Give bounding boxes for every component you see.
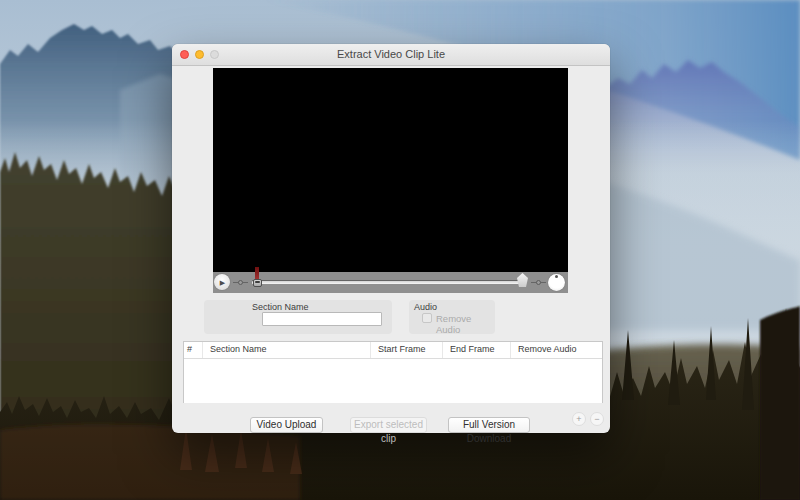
video-preview [213, 68, 568, 272]
clips-table-body[interactable] [184, 359, 602, 403]
left-step-slider[interactable] [233, 279, 248, 286]
add-section-button[interactable]: + [572, 412, 586, 426]
column-header-index[interactable]: # [184, 342, 203, 358]
zoom-button-disabled [210, 50, 219, 59]
right-step-slider-thumb[interactable] [536, 280, 541, 285]
play-button[interactable]: ▶ [214, 274, 230, 290]
left-step-slider-thumb[interactable] [238, 280, 243, 285]
desktop: Extract Video Clip Lite ▶ Section Name [0, 0, 800, 500]
remove-section-button[interactable]: − [590, 412, 604, 426]
column-header-section-name[interactable]: Section Name [203, 342, 371, 358]
clips-table-header: # Section Name Start Frame End Frame Rem… [184, 342, 602, 359]
column-header-start-frame[interactable]: Start Frame [371, 342, 443, 358]
export-selected-clip-button[interactable]: Export selected clip [350, 417, 427, 433]
close-button[interactable] [180, 50, 189, 59]
clips-table: # Section Name Start Frame End Frame Rem… [183, 341, 603, 403]
volume-knob[interactable] [548, 274, 565, 291]
timeline-track[interactable] [252, 281, 523, 284]
app-window: Extract Video Clip Lite ▶ Section Name [172, 44, 610, 433]
remove-audio-label: Remove Audio [436, 313, 495, 335]
column-header-remove-audio[interactable]: Remove Audio [511, 342, 602, 358]
start-frame-marker[interactable] [253, 279, 262, 287]
column-header-end-frame[interactable]: End Frame [443, 342, 511, 358]
titlebar[interactable]: Extract Video Clip Lite [172, 44, 610, 66]
right-step-slider[interactable] [531, 279, 546, 286]
player-controls: ▶ [213, 272, 568, 293]
section-name-input[interactable] [262, 312, 382, 326]
end-frame-marker[interactable] [517, 273, 528, 287]
section-name-group-label: Section Name [252, 302, 309, 312]
window-title: Extract Video Clip Lite [172, 44, 610, 65]
full-version-download-button[interactable]: Full Version Download [448, 417, 530, 433]
section-name-group: Section Name [204, 300, 392, 334]
video-upload-button[interactable]: Video Upload [250, 417, 323, 433]
play-icon: ▶ [220, 279, 225, 286]
minimize-button[interactable] [195, 50, 204, 59]
traffic-lights [180, 50, 219, 59]
remove-audio-checkbox[interactable] [422, 313, 432, 323]
audio-group: Audio Remove Audio [409, 300, 495, 334]
audio-group-label: Audio [414, 302, 437, 312]
